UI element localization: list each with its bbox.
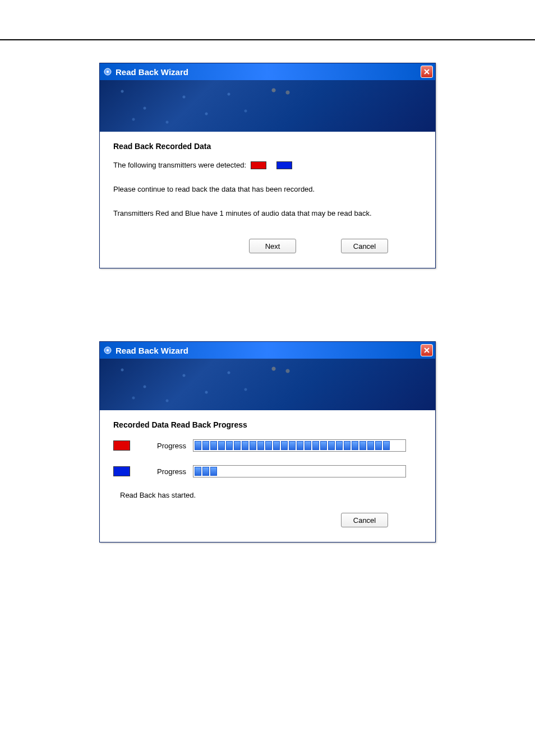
progress-row-blue: Progress	[113, 465, 422, 477]
progress-segment	[281, 441, 288, 450]
transmitter-blue-swatch	[276, 161, 292, 169]
button-row: Cancel	[113, 509, 422, 535]
svg-point-1	[107, 71, 109, 73]
banner-image	[100, 359, 435, 410]
progress-segment	[234, 441, 241, 450]
section-title: Read Back Recorded Data	[113, 142, 422, 151]
progress-segment	[305, 441, 311, 450]
cancel-button[interactable]: Cancel	[341, 239, 388, 253]
read-back-wizard-dialog-2: Read Back Wizard Recorded Data Read Back…	[99, 341, 436, 542]
svg-point-5	[107, 349, 109, 351]
progress-row-red: Progress	[113, 439, 422, 452]
progress-segment	[383, 441, 390, 450]
progress-segment	[367, 441, 374, 450]
next-button[interactable]: Next	[249, 239, 296, 253]
close-button[interactable]	[421, 344, 433, 356]
progress-segment	[297, 441, 303, 450]
progress-segment	[312, 441, 319, 450]
titlebar[interactable]: Read Back Wizard	[100, 63, 435, 80]
progress-segment	[195, 467, 201, 476]
progress-segment	[242, 441, 248, 450]
progress-segment	[250, 441, 256, 450]
transmitter-red-swatch	[251, 161, 266, 169]
progress-bar-red	[193, 439, 406, 452]
close-icon	[423, 347, 430, 354]
progress-bar-blue	[193, 465, 406, 477]
app-icon	[103, 67, 112, 76]
progress-segment	[289, 441, 296, 450]
titlebar[interactable]: Read Back Wizard	[100, 342, 435, 359]
progress-segment	[210, 467, 217, 476]
progress-segment	[202, 441, 209, 450]
app-icon	[103, 346, 112, 355]
red-swatch	[113, 440, 130, 451]
progress-segment	[336, 441, 343, 450]
detected-row: The following transmitters were detected…	[113, 161, 422, 169]
progress-segment	[344, 441, 350, 450]
progress-segment	[257, 441, 264, 450]
dialog-content: Recorded Data Read Back Progress Progres…	[100, 410, 435, 542]
progress-blue-label: Progress	[140, 467, 193, 476]
info-text: Transmitters Red and Blue have 1 minutes…	[113, 209, 422, 217]
dialog-content: Read Back Recorded Data The following tr…	[100, 132, 435, 268]
window-title: Read Back Wizard	[116, 67, 421, 77]
progress-segment	[320, 441, 327, 450]
read-back-wizard-dialog-1: Read Back Wizard Read Back Recorded Data…	[99, 63, 436, 268]
progress-segment	[202, 467, 209, 476]
close-icon	[423, 68, 430, 75]
progress-segment	[210, 441, 217, 450]
button-row: Next Cancel	[113, 233, 422, 261]
close-button[interactable]	[421, 66, 433, 78]
progress-segment	[218, 441, 225, 450]
page-divider	[0, 39, 535, 40]
progress-segment	[328, 441, 335, 450]
banner-image	[100, 80, 435, 132]
window-title: Read Back Wizard	[116, 346, 421, 355]
progress-segment	[195, 441, 201, 450]
blue-swatch	[113, 466, 130, 476]
cancel-button[interactable]: Cancel	[341, 513, 388, 527]
status-text: Read Back has started.	[120, 491, 422, 499]
progress-segment	[273, 441, 280, 450]
progress-segment	[226, 441, 233, 450]
progress-segment	[359, 441, 366, 450]
section-title: Recorded Data Read Back Progress	[113, 420, 422, 429]
progress-red-label: Progress	[140, 442, 193, 450]
detected-label: The following transmitters were detected…	[113, 161, 246, 169]
progress-segment	[375, 441, 382, 450]
progress-segment	[352, 441, 358, 450]
progress-segment	[265, 441, 272, 450]
continue-text: Please continue to read back the data th…	[113, 185, 422, 193]
